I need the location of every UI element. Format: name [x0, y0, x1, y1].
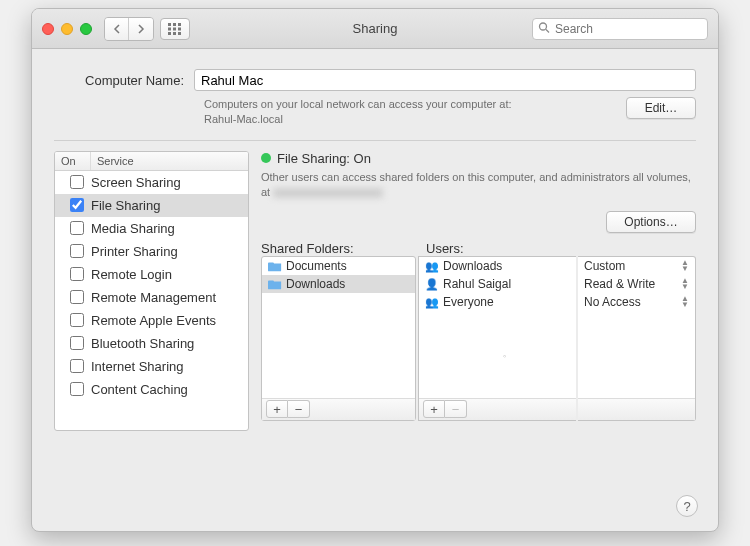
service-checkbox[interactable] [61, 195, 91, 215]
permission-row[interactable]: No Access▲▼ [578, 293, 695, 311]
help-button[interactable]: ? [676, 495, 698, 517]
folder-icon [268, 260, 282, 272]
service-label: Content Caching [91, 382, 242, 397]
permissions-list[interactable]: Custom▲▼Read & Write▲▼No Access▲▼ [578, 257, 695, 398]
folder-name: Documents [286, 259, 347, 273]
service-label: Bluetooth Sharing [91, 336, 242, 351]
svg-rect-7 [173, 32, 176, 35]
svg-rect-2 [178, 23, 181, 26]
permission-stepper-icon[interactable]: ▲▼ [681, 260, 689, 272]
service-row-file-sharing[interactable]: File Sharing [55, 194, 248, 217]
permission-row[interactable]: Custom▲▼ [578, 257, 695, 275]
service-label: Internet Sharing [91, 359, 242, 374]
remove-shared-folder-button[interactable]: − [288, 400, 310, 418]
shared-folder-row[interactable]: Downloads [262, 275, 415, 293]
user-name: Everyone [443, 295, 494, 309]
computer-name-input[interactable] [194, 69, 696, 91]
status-indicator-icon [261, 153, 271, 163]
computer-name-subtext: Computers on your local network can acce… [204, 97, 614, 128]
service-checkbox[interactable] [61, 356, 91, 376]
add-user-button[interactable]: + [423, 400, 445, 418]
user-name: Downloads [443, 259, 502, 273]
shared-folders-pane: DocumentsDownloads + − [261, 256, 416, 421]
services-header: On Service [55, 152, 248, 171]
permission-stepper-icon[interactable]: ▲▼ [681, 278, 689, 290]
status-label: File Sharing: On [277, 151, 371, 166]
users-footer: + − [419, 398, 576, 420]
service-label: Screen Sharing [91, 175, 242, 190]
search-wrap [532, 18, 708, 40]
user-icon: 👤 [425, 278, 439, 290]
service-checkbox[interactable] [61, 218, 91, 238]
service-checkbox[interactable] [61, 333, 91, 353]
service-label: Remote Apple Events [91, 313, 242, 328]
service-label: Printer Sharing [91, 244, 242, 259]
search-icon [538, 21, 550, 36]
service-checkbox[interactable] [61, 172, 91, 192]
service-label: Remote Management [91, 290, 242, 305]
service-checkbox[interactable] [61, 264, 91, 284]
pane-body: Computer Name: Computers on your local n… [32, 49, 718, 449]
service-row-remote-apple-events[interactable]: Remote Apple Events [55, 309, 248, 332]
permission-stepper-icon[interactable]: ▲▼ [681, 296, 689, 308]
service-row-printer-sharing[interactable]: Printer Sharing [55, 240, 248, 263]
user-row[interactable]: 👤Rahul Saigal [419, 275, 576, 293]
zoom-window-button[interactable] [80, 23, 92, 35]
col-service-header: Service [91, 152, 248, 170]
shared-folders-footer: + − [262, 398, 415, 420]
chevron-right-icon [137, 24, 145, 34]
svg-rect-3 [168, 27, 171, 30]
divider-handle-icon[interactable]: ◦ [503, 351, 506, 361]
svg-rect-5 [178, 27, 181, 30]
forward-button[interactable] [129, 18, 153, 40]
grid-icon [168, 23, 182, 35]
close-window-button[interactable] [42, 23, 54, 35]
service-row-remote-management[interactable]: Remote Management [55, 286, 248, 309]
edit-button[interactable]: Edit… [626, 97, 696, 119]
svg-point-9 [540, 23, 547, 30]
user-icon: 👥 [425, 260, 439, 272]
service-row-content-caching[interactable]: Content Caching [55, 378, 248, 401]
shared-folder-row[interactable]: Documents [262, 257, 415, 275]
chevron-left-icon [113, 24, 121, 34]
show-all-button[interactable] [160, 18, 190, 40]
folder-icon [268, 278, 282, 290]
service-row-internet-sharing[interactable]: Internet Sharing [55, 355, 248, 378]
redacted-address [273, 188, 383, 198]
back-button[interactable] [105, 18, 129, 40]
service-checkbox[interactable] [61, 287, 91, 307]
user-name: Rahul Saigal [443, 277, 511, 291]
shared-folders-list[interactable]: DocumentsDownloads [262, 257, 415, 398]
computer-name-row: Computer Name: [54, 69, 696, 91]
detail-pane: File Sharing: On Other users can access … [261, 151, 696, 431]
service-checkbox[interactable] [61, 310, 91, 330]
status-row: File Sharing: On [261, 151, 696, 166]
add-shared-folder-button[interactable]: + [266, 400, 288, 418]
service-row-media-sharing[interactable]: Media Sharing [55, 217, 248, 240]
minimize-window-button[interactable] [61, 23, 73, 35]
service-row-screen-sharing[interactable]: Screen Sharing [55, 171, 248, 194]
permission-row[interactable]: Read & Write▲▼ [578, 275, 695, 293]
services-rows: Screen SharingFile SharingMedia SharingP… [55, 171, 248, 401]
service-checkbox[interactable] [61, 379, 91, 399]
users-pane: 👥Downloads👤Rahul Saigal👥Everyone + − [418, 256, 576, 421]
subtext-line2: Rahul-Mac.local [204, 113, 283, 125]
permissions-footer [578, 398, 695, 420]
columns: On Service Screen SharingFile SharingMed… [54, 151, 696, 431]
separator [54, 140, 696, 141]
options-button[interactable]: Options… [606, 211, 696, 233]
permissions-pane: Custom▲▼Read & Write▲▼No Access▲▼ [578, 256, 696, 421]
service-row-bluetooth-sharing[interactable]: Bluetooth Sharing [55, 332, 248, 355]
computer-name-label: Computer Name: [54, 73, 194, 88]
user-row[interactable]: 👥Downloads [419, 257, 576, 275]
users-list[interactable]: 👥Downloads👤Rahul Saigal👥Everyone [419, 257, 576, 398]
permission-label: No Access [584, 295, 641, 309]
service-checkbox[interactable] [61, 241, 91, 261]
multi-panes: DocumentsDownloads + − 👥Downloads👤Rahul … [261, 256, 696, 421]
search-input[interactable] [532, 18, 708, 40]
user-icon: 👥 [425, 296, 439, 308]
remove-user-button[interactable]: − [445, 400, 467, 418]
user-row[interactable]: 👥Everyone [419, 293, 576, 311]
permission-label: Custom [584, 259, 625, 273]
service-row-remote-login[interactable]: Remote Login [55, 263, 248, 286]
